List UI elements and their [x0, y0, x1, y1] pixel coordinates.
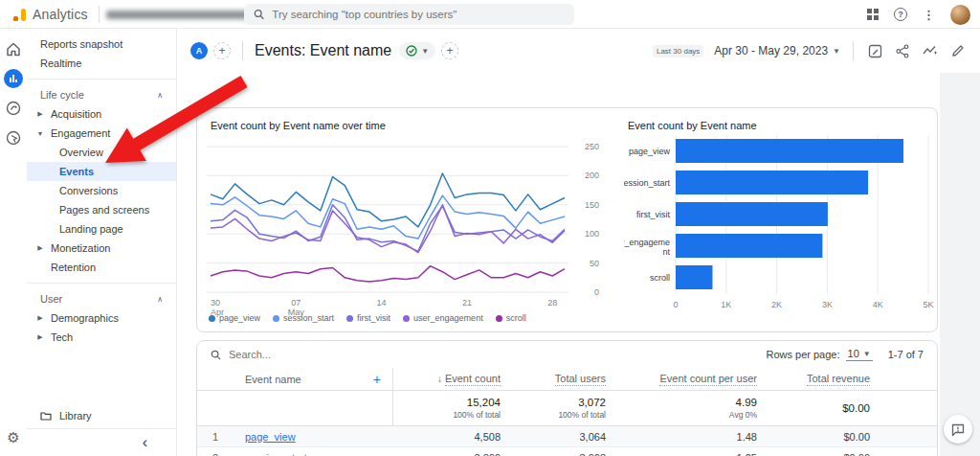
- sidebar-item-overview[interactable]: Overview: [27, 143, 176, 162]
- add-column-icon[interactable]: +: [373, 372, 381, 387]
- table-row: 1 page_view 4,508 3,064 1.48 $0.00: [197, 426, 937, 447]
- legend-dot-icon: [209, 315, 215, 322]
- sidebar-item-landing-page[interactable]: Landing page: [27, 219, 176, 239]
- pagination-controls: Rows per page: 10 ▼ 1-7 of 7: [766, 348, 924, 361]
- expand-arrow-icon[interactable]: ▶: [36, 333, 44, 341]
- cell-event-count: 4,508: [474, 431, 501, 443]
- ga4-events-report-page: Analytics ? ⋮: [0, 0, 980, 456]
- column-header-total-users[interactable]: Total users: [555, 373, 606, 386]
- advertising-icon[interactable]: [3, 127, 24, 148]
- help-icon[interactable]: ?: [894, 8, 907, 21]
- sidebar-item-engagement[interactable]: ▼ Engagement: [27, 124, 176, 143]
- toolbar-right: Last 30 days Apr 30 - May 29, 2023 ▼: [653, 41, 967, 60]
- svg-text:100: 100: [585, 229, 599, 239]
- share-icon[interactable]: [894, 42, 911, 59]
- line-chart-title: Event count by Event name over time: [211, 120, 386, 131]
- svg-text:session_start: session_start: [624, 178, 670, 188]
- comparison-chip-all-users[interactable]: A: [190, 42, 208, 59]
- date-range-picker[interactable]: Apr 30 - May 29, 2023 ▼: [714, 44, 840, 57]
- line-chart: 05010015020025030Apr07May142128: [203, 135, 609, 323]
- account-property-selector[interactable]: [106, 11, 250, 19]
- user-avatar[interactable]: [950, 5, 970, 25]
- svg-text:150: 150: [585, 200, 599, 210]
- totals-event-count: 15,204 100% of total: [453, 397, 501, 420]
- legend-item[interactable]: page_view: [209, 313, 260, 323]
- collapse-section-icon[interactable]: ∧: [157, 295, 163, 304]
- nav-divider: [27, 79, 176, 80]
- expand-arrow-icon[interactable]: ▶: [36, 110, 44, 118]
- apps-grid-icon[interactable]: [867, 9, 879, 20]
- rows-per-page-select[interactable]: 10 ▼: [846, 348, 873, 361]
- sidebar-item-acquisition[interactable]: ▶ Acquisition: [27, 104, 176, 124]
- legend-dot-icon: [273, 315, 279, 322]
- legend-item[interactable]: first_visit: [346, 313, 390, 323]
- column-header-event-count[interactable]: ↓ Event count: [437, 373, 501, 386]
- explore-icon[interactable]: [3, 98, 24, 119]
- column-header-event-count-per-user[interactable]: Event count per user: [659, 373, 757, 386]
- svg-text:user_engageme: user_engageme: [624, 238, 670, 247]
- brand-name: Analytics: [33, 7, 88, 22]
- sidebar-item-monetization[interactable]: ▶ Monetization: [27, 239, 176, 258]
- feedback-button[interactable]: [944, 415, 972, 444]
- svg-text:250: 250: [585, 142, 599, 151]
- legend-item[interactable]: user_engagement: [403, 313, 483, 323]
- cell-per-user: 1.48: [737, 431, 757, 443]
- global-search-input[interactable]: [272, 9, 565, 20]
- sidebar-item-library[interactable]: Library: [27, 403, 176, 428]
- reports-icon-active[interactable]: [3, 68, 24, 89]
- svg-text:page_view: page_view: [629, 147, 671, 156]
- table-search-input[interactable]: [229, 349, 382, 360]
- insights-icon[interactable]: [922, 42, 939, 59]
- rows-per-page-label: Rows per page:: [766, 349, 839, 360]
- column-header-event-name[interactable]: Event name +: [197, 368, 393, 390]
- svg-text:scroll: scroll: [650, 273, 670, 283]
- add-dimension-icon[interactable]: +: [441, 42, 458, 59]
- sidebar-item-pages-and-screens[interactable]: Pages and screens: [27, 200, 176, 219]
- collapse-nav-row: ‹: [27, 429, 176, 456]
- svg-text:5K: 5K: [923, 300, 933, 309]
- collapse-section-icon[interactable]: ∧: [157, 91, 163, 100]
- main-content: A + Events: Event name ▼ + Last 30 days …: [177, 29, 980, 456]
- event-name-link[interactable]: page_view: [245, 431, 296, 443]
- chart-legend: page_view session_start first_visit user…: [209, 313, 526, 323]
- folder-icon: [40, 411, 52, 421]
- svg-text:28: 28: [547, 298, 557, 308]
- svg-text:50: 50: [590, 259, 599, 268]
- svg-text:07: 07: [291, 298, 301, 308]
- table-row: 2 session_start 3,809 3,068 1.25 $0.00: [197, 447, 937, 456]
- expand-arrow-icon[interactable]: ▶: [36, 314, 44, 322]
- more-options-icon[interactable]: ⋮: [923, 9, 935, 21]
- sidebar-item-demographics[interactable]: ▶ Demographics: [27, 308, 176, 328]
- dimension-check-pill[interactable]: ▼: [399, 42, 435, 59]
- column-header-total-revenue[interactable]: Total revenue: [807, 373, 870, 386]
- add-comparison-icon[interactable]: +: [213, 42, 231, 59]
- sidebar-item-events[interactable]: Events: [27, 162, 176, 181]
- sidebar-item-retention[interactable]: Retention: [27, 258, 176, 277]
- chevron-down-icon: ▼: [833, 47, 840, 56]
- collapse-nav-icon[interactable]: ‹: [143, 435, 147, 450]
- svg-text:0: 0: [594, 287, 599, 297]
- sidebar-item-conversions[interactable]: Conversions: [27, 181, 176, 200]
- cell-total-users: 3,064: [579, 431, 606, 443]
- legend-item[interactable]: session_start: [273, 313, 334, 323]
- expand-arrow-icon[interactable]: ▶: [36, 244, 44, 252]
- section-life-cycle[interactable]: Life cycle ∧: [27, 85, 176, 104]
- check-circle-icon: [406, 45, 417, 57]
- edit-report-icon[interactable]: [949, 42, 967, 59]
- totals-total-users: 3,072 100% of total: [558, 397, 606, 420]
- svg-text:2K: 2K: [771, 300, 782, 309]
- section-user[interactable]: User ∧: [27, 289, 176, 308]
- home-icon[interactable]: [3, 38, 24, 59]
- sidebar-item-tech[interactable]: ▶ Tech: [27, 328, 176, 347]
- chevron-down-icon: ▼: [863, 350, 871, 358]
- sidebar-item-realtime[interactable]: Realtime: [27, 54, 176, 73]
- right-gutter: [940, 73, 980, 456]
- admin-gear-icon[interactable]: ⚙: [7, 429, 19, 446]
- toolbar-divider: [242, 41, 243, 60]
- global-search[interactable]: [244, 4, 574, 25]
- edit-comparisons-icon[interactable]: [866, 42, 883, 59]
- sidebar-item-reports-snapshot[interactable]: Reports snapshot: [27, 34, 176, 54]
- event-name-link[interactable]: session_start: [245, 452, 307, 456]
- collapse-arrow-icon[interactable]: ▼: [36, 130, 44, 137]
- legend-item[interactable]: scroll: [496, 313, 526, 323]
